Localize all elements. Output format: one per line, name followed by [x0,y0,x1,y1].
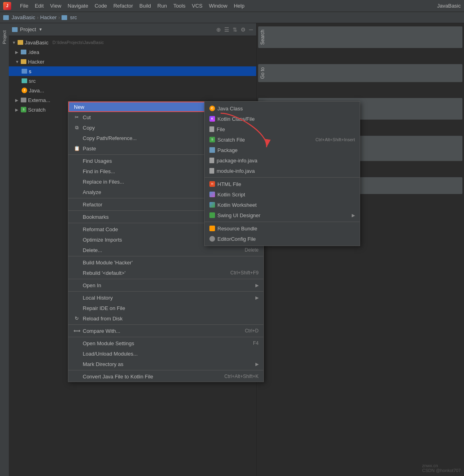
menu-vcs[interactable]: VCS [189,2,205,10]
submenu-scratch-file[interactable]: S Scratch File Ctrl+Alt+Shift+Insert [205,134,360,145]
context-menu-reload[interactable]: ↻ Reload from Disk [68,313,263,324]
side-tab: Project [0,23,9,476]
submenu-kotlin-class[interactable]: K Kotlin Class/File [205,114,360,124]
ctx-sep-6 [68,279,263,279]
context-menu-repair-ide-label: Repair IDE on File [83,305,259,311]
context-menu-convert-java[interactable]: Convert Java File to Kotlin File Ctrl+Al… [68,371,263,382]
tree-item-idea[interactable]: .idea [9,47,256,57]
submenu-module-info[interactable]: module-info.java [205,166,360,176]
submenu-scratch-shortcut: Ctrl+Alt+Shift+Insert [315,137,355,142]
panel-icon-list[interactable]: ☰ [224,26,229,33]
submenu-file-label: File [217,126,225,132]
context-menu-repair-ide[interactable]: Repair IDE on File [68,303,263,313]
submenu-package[interactable]: Package [205,145,360,155]
menu-build[interactable]: Build [137,2,153,10]
ctx-sep-7 [68,291,263,292]
panel-icon-locate[interactable]: ⊕ [216,26,221,33]
menu-view[interactable]: View [48,2,64,10]
context-menu-module-settings[interactable]: Open Module Settings F4 [68,338,263,348]
context-menu-open-in[interactable]: Open In ▶ [68,280,263,290]
submenu-kotlin-worksheet-label: Kotlin Worksheet [217,202,257,208]
submenu-new: C Java Class K Kotlin Class/File File S … [204,101,360,246]
submenu-kotlin-script[interactable]: Kotlin Script [205,189,360,200]
tree-label-idea: .idea [28,49,39,55]
submenu-editorconfig-label: EditorConfig File [217,236,256,242]
tree-item-hacker[interactable]: Hacker [9,57,256,66]
tree-item-s[interactable]: s [9,66,256,76]
folder-icon-src [22,78,27,83]
panel-dropdown-arrow[interactable]: ▼ [38,27,42,32]
watermark: znwx.cnCSDN @honkot707 [422,463,461,473]
menu-refactor[interactable]: Refactor [111,2,135,10]
context-menu-build-module-label: Build Module 'Hacker' [83,260,259,266]
submenu-sep-1 [205,177,360,178]
folder-icon-javabasic [18,40,23,45]
menu-run[interactable]: Run [155,2,169,10]
submenu-swing-icon [209,212,215,218]
breadcrumb-hacker[interactable]: Hacker [40,14,57,20]
breadcrumb-javabasic[interactable]: JavaBasic [12,14,35,20]
submenu-kotlin-worksheet[interactable]: Kotlin Worksheet [205,200,360,210]
menu-tools[interactable]: Tools [171,2,188,10]
submenu-html[interactable]: H HTML File [205,179,360,189]
context-menu-reload-label: Reload from Disk [83,316,259,322]
right-btn-search[interactable]: Search [258,26,462,48]
right-panel: Search Go to Recent Navigate Drop [257,23,464,476]
panel-icon-sort[interactable]: ⇅ [233,26,237,33]
menu-edit[interactable]: Edit [32,2,46,10]
context-menu-find-files-label: Find in Files... [83,168,225,174]
tree-item-src[interactable]: src [9,76,256,86]
context-menu-compare-label: Compare With... [83,328,237,334]
main-layout: Project Project ▼ ⊕ ☰ ⇅ ⚙ ─ JavaBasic D:… [0,23,464,476]
app-logo: J [3,2,11,10]
tree-item-javabasic[interactable]: JavaBasic D:\IdeaProjects\JavaBasic [9,38,256,47]
menu-window[interactable]: Window [207,2,230,10]
submenu-java-class[interactable]: C Java Class [205,103,360,114]
menu-file[interactable]: File [18,2,31,10]
context-menu-local-history[interactable]: Local History ▶ [68,292,263,303]
menu-navigate[interactable]: Navigate [65,2,90,10]
submenu-kotlin-worksheet-icon [209,202,215,208]
context-menu-open-in-label: Open In [83,282,254,288]
submenu-swing-label: Swing UI Designer [217,212,261,218]
submenu-editorconfig-icon [209,236,215,242]
tree-label-scratch: Scratch [28,107,46,113]
arrow-idea [15,50,19,54]
submenu-editorconfig[interactable]: EditorConfig File [205,234,360,244]
context-menu-mark-dir[interactable]: Mark Directory as ▶ [68,359,263,369]
right-btn-goto[interactable]: Go to [258,64,462,82]
menu-help[interactable]: Help [231,2,247,10]
context-menu-rebuild[interactable]: Rebuild '<default>' Ctrl+Shift+F9 [68,268,263,278]
submenu-file[interactable]: File [205,124,360,134]
submenu-module-info-label: module-info.java [217,168,255,174]
context-menu-delete[interactable]: Delete... Delete [68,245,263,255]
context-menu-delete-shortcut: Delete [245,247,259,253]
ctx-sep-10 [68,370,263,370]
submenu-resource-bundle-label: Resource Bundle [217,226,257,232]
submenu-resource-bundle[interactable]: Resource Bundle [205,223,360,234]
submenu-swing[interactable]: Swing UI Designer ▶ [205,210,360,220]
context-menu-mark-dir-label: Mark Directory as [83,361,254,367]
submenu-swing-arrow: ▶ [352,213,355,218]
icon-java-class: J [22,88,27,93]
submenu-package-info[interactable]: package-info.java [205,155,360,166]
tree-label-external: Externa... [28,97,50,103]
tree-label-hacker: Hacker [28,59,44,65]
breadcrumb-folder-icon-2 [62,15,67,20]
ctx-sep-8 [68,324,263,325]
menu-code[interactable]: Code [92,2,110,10]
menubar: File Edit View Navigate Code Refactor Bu… [18,2,247,10]
panel-icon-settings[interactable]: ⚙ [241,26,246,33]
context-menu-compare[interactable]: ⟺ Compare With... Ctrl+D [68,326,263,336]
submenu-scratch-icon: S [209,137,215,142]
context-menu-replace-files-label: Replace in Files... [83,179,225,185]
tree-item-java[interactable]: J Java... [9,86,256,95]
side-tab-project[interactable]: Project [1,27,8,47]
panel-icon-minimize[interactable]: ─ [249,26,253,33]
submenu-sep-2 [205,222,360,222]
context-menu-build-module[interactable]: Build Module 'Hacker' [68,257,263,268]
submenu-module-info-icon [209,168,214,174]
context-menu-load-modules[interactable]: Load/Unload Modules... [68,348,263,359]
context-menu-local-history-label: Local History [83,295,254,301]
breadcrumb-src[interactable]: src [70,14,77,20]
